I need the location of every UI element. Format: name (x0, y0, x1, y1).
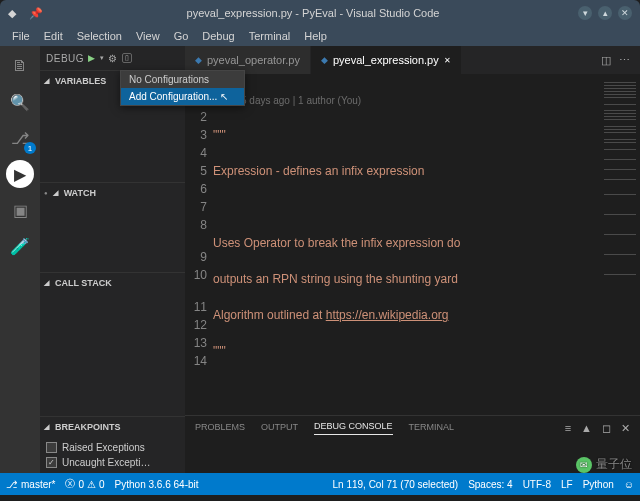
editor-content[interactable]: 12345678 910 11121314 You, 15 days ago |… (185, 74, 640, 415)
code-lens[interactable]: You, 26 days ago (213, 414, 600, 415)
search-icon[interactable]: 🔍 (6, 88, 34, 116)
menu-debug[interactable]: Debug (196, 28, 240, 44)
debug-console-toggle-icon[interactable]: ▯ (122, 53, 133, 63)
callstack-section[interactable]: ◢CALL STACK (40, 272, 185, 408)
python-file-icon: ◆ (321, 55, 328, 65)
cursor-icon: ↖ (220, 91, 228, 102)
debug-icon[interactable]: ▶ (6, 160, 34, 188)
config-dropdown: No Configurations Add Configuration...↖ (120, 70, 245, 106)
checkbox-unchecked-icon (46, 442, 57, 453)
more-actions-icon[interactable]: ⋯ (619, 54, 630, 67)
scm-icon[interactable]: ⎇1 (6, 124, 34, 152)
panel-up-icon[interactable]: ▲ (581, 422, 592, 435)
debug-config-gear-icon[interactable]: ⚙ (108, 53, 118, 64)
status-bar: ⎇master* ⓧ0⚠0 Python 3.6.6 64-bit Ln 119… (0, 473, 640, 495)
close-panel-icon[interactable]: ✕ (621, 422, 630, 435)
menu-go[interactable]: Go (168, 28, 195, 44)
panel-terminal[interactable]: TERMINAL (409, 422, 455, 435)
watermark: ✉ 量子位 (576, 456, 632, 473)
status-position[interactable]: Ln 119, Col 71 (70 selected) (333, 479, 459, 490)
editor-group: ◆pyeval_operator.py ◆pyeval_expression.p… (185, 46, 640, 473)
minimize-button[interactable]: ▾ (578, 6, 592, 20)
menu-view[interactable]: View (130, 28, 166, 44)
status-spaces[interactable]: Spaces: 4 (468, 479, 512, 490)
python-file-icon: ◆ (195, 55, 202, 65)
start-debug-icon[interactable]: ▶ (88, 53, 96, 63)
panel-problems[interactable]: PROBLEMS (195, 422, 245, 435)
menu-file[interactable]: File (6, 28, 36, 44)
panel-output[interactable]: OUTPUT (261, 422, 298, 435)
line-gutter: 12345678 910 11121314 (185, 74, 213, 415)
wechat-icon: ✉ (576, 457, 592, 473)
title-bar: ◆ 📌 pyeval_expression.py - PyEval - Visu… (0, 0, 640, 26)
status-errors[interactable]: ⓧ0⚠0 (65, 477, 104, 491)
debug-sidebar: DEBUG ▶ ▾ ⚙ ▯ No Configurations Add Conf… (40, 46, 185, 473)
panel-debug-console[interactable]: DEBUG CONSOLE (314, 421, 393, 435)
warning-icon: ⚠ (87, 479, 96, 490)
status-feedback[interactable]: ☺ (624, 479, 634, 490)
error-icon: ⓧ (65, 477, 75, 491)
editor-tabs: ◆pyeval_operator.py ◆pyeval_expression.p… (185, 46, 640, 74)
split-editor-icon[interactable]: ◫ (601, 54, 611, 67)
code-lens[interactable]: You, 15 days ago | 1 author (You) (213, 94, 600, 108)
uncaught-exceptions-checkbox[interactable]: ✓Uncaught Excepti… (46, 455, 179, 470)
maximize-panel-icon[interactable]: ◻ (602, 422, 611, 435)
raised-exceptions-checkbox[interactable]: Raised Exceptions (46, 440, 179, 455)
activity-bar: 🗎 🔍 ⎇1 ▶ ▣ 🧪 (0, 46, 40, 473)
menu-selection[interactable]: Selection (71, 28, 128, 44)
debug-header: DEBUG ▶ ▾ ⚙ ▯ (40, 46, 185, 70)
menu-terminal[interactable]: Terminal (243, 28, 297, 44)
clear-console-icon[interactable]: ≡ (565, 422, 571, 435)
status-python[interactable]: Python 3.6.6 64-bit (115, 479, 199, 490)
scm-badge: 1 (24, 142, 36, 154)
chevron-down-icon: ◢ (53, 189, 61, 197)
menu-help[interactable]: Help (298, 28, 333, 44)
explorer-icon[interactable]: 🗎 (6, 52, 34, 80)
pin-icon[interactable]: 📌 (24, 7, 48, 20)
close-tab-icon[interactable]: ✕ (444, 56, 451, 65)
debug-title: DEBUG (46, 53, 84, 64)
chevron-down-icon: ◢ (44, 279, 52, 287)
menu-bar: File Edit Selection View Go Debug Termin… (0, 26, 640, 46)
maximize-button[interactable]: ▴ (598, 6, 612, 20)
status-eol[interactable]: LF (561, 479, 573, 490)
extensions-icon[interactable]: ▣ (6, 196, 34, 224)
minimap[interactable] (600, 74, 640, 415)
tab-pyeval-expression[interactable]: ◆pyeval_expression.py✕ (311, 46, 462, 74)
app-icon: ◆ (0, 7, 24, 20)
window-title: pyeval_expression.py - PyEval - Visual S… (48, 7, 578, 19)
no-configurations-item[interactable]: No Configurations (121, 71, 244, 88)
status-encoding[interactable]: UTF-8 (523, 479, 551, 490)
git-branch-icon: ⎇ (6, 479, 18, 490)
chevron-down-icon: ◢ (44, 77, 52, 85)
code-text[interactable]: You, 15 days ago | 1 author (You) """ Ex… (213, 74, 600, 415)
close-button[interactable]: ✕ (618, 6, 632, 20)
test-icon[interactable]: 🧪 (6, 232, 34, 260)
menu-edit[interactable]: Edit (38, 28, 69, 44)
watch-section[interactable]: ◢WATCH (40, 182, 185, 272)
checkbox-checked-icon: ✓ (46, 457, 57, 468)
status-language[interactable]: Python (583, 479, 614, 490)
chevron-down-icon: ◢ (44, 423, 52, 431)
status-branch[interactable]: ⎇master* (6, 479, 55, 490)
breakpoints-section[interactable]: ◢BREAKPOINTS Raised Exceptions ✓Uncaught… (40, 416, 185, 473)
bottom-panel: PROBLEMS OUTPUT DEBUG CONSOLE TERMINAL ≡… (185, 415, 640, 473)
add-configuration-item[interactable]: Add Configuration...↖ (121, 88, 244, 105)
